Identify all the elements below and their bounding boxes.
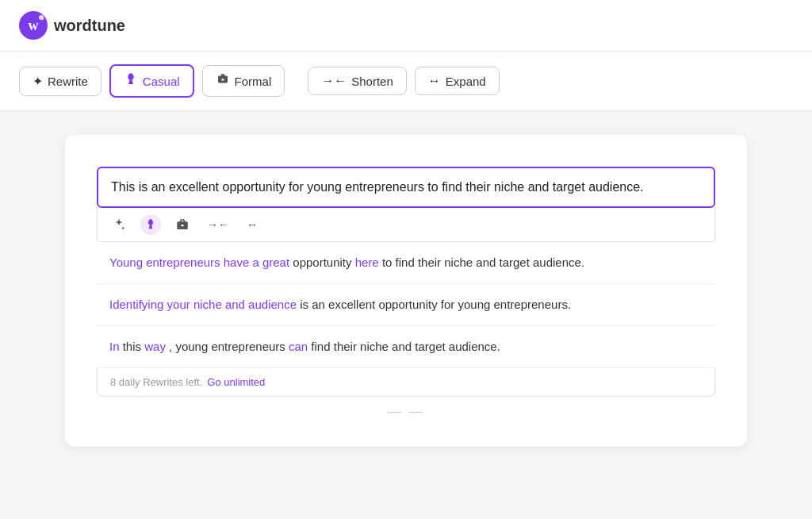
suggestion-item[interactable]: In this way , young entrepreneurs can fi… [97,326,715,367]
svg-text:w: w [29,17,39,33]
logo-area: w wordtune [19,11,125,40]
suggestion-2-part-2: is an excellent opportunity for young en… [300,298,571,311]
toolbar: ✦ Rewrite Casual Formal →← Shorten ↔ [0,52,812,111]
rewrite-label: Rewrite [48,75,88,88]
svg-rect-4 [129,74,133,75]
svg-rect-11 [182,225,184,226]
casual-icon [124,72,138,90]
formal-label: Formal [235,75,272,88]
mini-formal-icon[interactable] [172,216,193,233]
suggestion-1-part-4: to find their niche and target audience. [382,256,584,269]
shorten-icon: →← [321,74,347,88]
drag-dots-icon: — — [387,403,424,420]
panel-footer: 8 daily Rewrites left. Go unlimited [97,367,715,397]
formal-icon [216,72,230,90]
mini-casual-icon[interactable] [140,214,161,235]
daily-rewrites-text: 8 daily Rewrites left. [110,376,202,388]
svg-rect-6 [220,74,224,77]
logo-text: wordtune [54,17,125,35]
go-unlimited-link[interactable]: Go unlimited [207,376,265,388]
editor-container: This is an excellent opportunity for you… [65,135,747,447]
suggestions-scroll[interactable]: Young entrepreneurs have a great opportu… [97,242,715,367]
suggestion-3-part-3: way [144,340,166,353]
suggestion-3-part-1: In [109,340,120,353]
expand-button[interactable]: ↔ Expand [415,67,500,95]
rewrite-button[interactable]: ✦ Rewrite [19,67,102,96]
shorten-label: Shorten [351,75,393,88]
expand-icon: ↔ [428,74,441,88]
wordtune-logo-icon: w [19,11,48,40]
mini-toolbar: →← ↔ [97,208,715,242]
suggestion-1-part-3: here [355,256,379,269]
svg-point-3 [42,18,44,21]
expand-label: Expand [446,75,486,88]
suggestion-item[interactable]: Identifying your niche and audience is a… [97,284,715,326]
svg-rect-10 [181,220,185,222]
suggestion-3-part-2: this [123,340,145,353]
suggestion-1-part-1: Young entrepreneurs have a great [109,256,289,269]
toolbar-separator [296,68,297,94]
casual-label: Casual [143,75,180,88]
main-content: This is an excellent opportunity for you… [0,111,812,471]
mini-rewrite-icon[interactable] [109,216,129,233]
suggestion-item[interactable]: Young entrepreneurs have a great opportu… [97,242,715,284]
header: w wordtune [0,0,812,52]
rewrite-icon: ✦ [33,74,43,89]
suggestion-3-part-6: find their niche and target audience. [311,340,500,353]
selected-text[interactable]: This is an excellent opportunity for you… [97,167,715,208]
suggestion-1-part-2: opportunity [293,256,354,269]
mini-shorten-icon[interactable]: →← [204,217,232,233]
suggestion-3-part-5: can [289,340,308,353]
mini-expand-icon[interactable]: ↔ [243,217,261,233]
suggestion-3-part-4: , young entrepreneurs [169,340,289,353]
svg-rect-8 [149,219,152,221]
drag-handle[interactable]: — — [97,397,715,423]
casual-button[interactable]: Casual [109,64,194,98]
svg-rect-7 [221,79,224,80]
shorten-button[interactable]: →← Shorten [308,67,407,95]
formal-button[interactable]: Formal [202,65,285,97]
suggestion-2-part-1: Identifying your niche and audience [109,298,297,311]
